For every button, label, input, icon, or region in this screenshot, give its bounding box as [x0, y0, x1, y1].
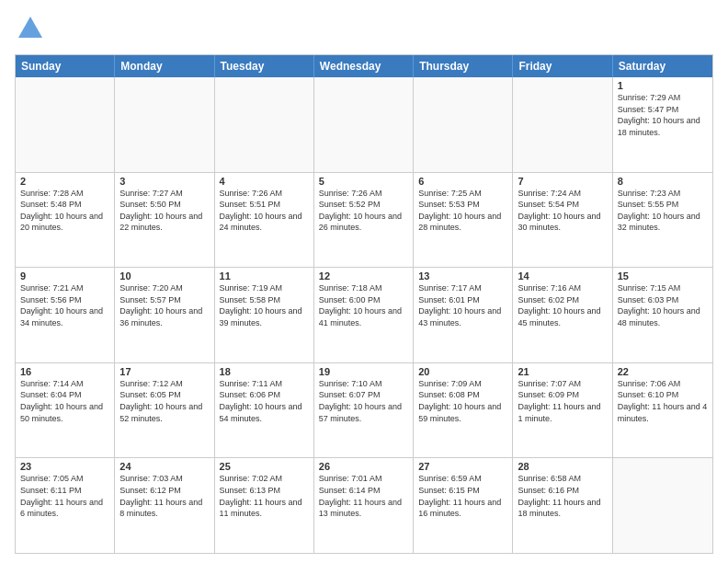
- calendar-week-row: 1Sunrise: 7:29 AM Sunset: 5:47 PM Daylig…: [16, 77, 712, 173]
- calendar-cell: [414, 77, 513, 172]
- calendar-cell: 14Sunrise: 7:16 AM Sunset: 6:02 PM Dayli…: [513, 268, 612, 362]
- calendar-cell: 10Sunrise: 7:20 AM Sunset: 5:57 PM Dayli…: [115, 268, 214, 362]
- calendar-cell: 13Sunrise: 7:17 AM Sunset: 6:01 PM Dayli…: [414, 268, 513, 362]
- day-number: 11: [220, 270, 309, 282]
- day-number: 21: [518, 366, 607, 377]
- calendar-cell: 5Sunrise: 7:26 AM Sunset: 5:52 PM Daylig…: [314, 173, 414, 268]
- calendar-cell: [215, 77, 314, 172]
- day-info: Sunrise: 7:26 AM Sunset: 5:51 PM Dayligh…: [220, 188, 309, 234]
- weekday-header: Tuesday: [215, 55, 314, 77]
- calendar-cell: 24Sunrise: 7:03 AM Sunset: 6:12 PM Dayli…: [115, 458, 214, 553]
- calendar-cell: 26Sunrise: 7:01 AM Sunset: 6:14 PM Dayli…: [314, 458, 414, 553]
- calendar-cell: 6Sunrise: 7:25 AM Sunset: 5:53 PM Daylig…: [414, 173, 513, 268]
- calendar: SundayMondayTuesdayWednesdayThursdayFrid…: [15, 54, 713, 554]
- day-info: Sunrise: 7:06 AM Sunset: 6:10 PM Dayligh…: [618, 378, 708, 424]
- day-number: 26: [319, 461, 408, 472]
- weekday-header: Saturday: [613, 55, 712, 77]
- calendar-cell: 15Sunrise: 7:15 AM Sunset: 6:03 PM Dayli…: [613, 268, 712, 362]
- day-info: Sunrise: 7:28 AM Sunset: 5:48 PM Dayligh…: [20, 188, 109, 234]
- day-number: 18: [220, 366, 309, 377]
- day-number: 2: [20, 176, 109, 187]
- calendar-cell: [115, 77, 214, 172]
- calendar-cell: 3Sunrise: 7:27 AM Sunset: 5:50 PM Daylig…: [115, 173, 214, 268]
- calendar-cell: [16, 77, 115, 172]
- day-number: 27: [418, 461, 507, 472]
- day-info: Sunrise: 7:29 AM Sunset: 5:47 PM Dayligh…: [618, 92, 708, 138]
- weekday-header: Sunday: [16, 55, 115, 77]
- weekday-header: Monday: [115, 55, 214, 77]
- day-info: Sunrise: 7:10 AM Sunset: 6:07 PM Dayligh…: [319, 378, 408, 424]
- day-number: 23: [20, 461, 109, 472]
- calendar-cell: 21Sunrise: 7:07 AM Sunset: 6:09 PM Dayli…: [513, 363, 612, 458]
- day-info: Sunrise: 7:27 AM Sunset: 5:50 PM Dayligh…: [119, 188, 209, 234]
- calendar-cell: 23Sunrise: 7:05 AM Sunset: 6:11 PM Dayli…: [16, 458, 115, 553]
- day-info: Sunrise: 7:15 AM Sunset: 6:03 PM Dayligh…: [618, 282, 708, 328]
- day-number: 1: [618, 80, 708, 91]
- day-number: 15: [618, 270, 708, 282]
- day-info: Sunrise: 7:18 AM Sunset: 6:00 PM Dayligh…: [319, 282, 408, 328]
- day-number: 24: [119, 461, 209, 472]
- calendar-cell: 18Sunrise: 7:11 AM Sunset: 6:06 PM Dayli…: [215, 363, 314, 458]
- calendar-cell: 27Sunrise: 6:59 AM Sunset: 6:15 PM Dayli…: [414, 458, 513, 553]
- day-info: Sunrise: 7:01 AM Sunset: 6:14 PM Dayligh…: [319, 473, 408, 519]
- day-info: Sunrise: 7:09 AM Sunset: 6:08 PM Dayligh…: [418, 378, 507, 424]
- calendar-cell: 11Sunrise: 7:19 AM Sunset: 5:58 PM Dayli…: [215, 268, 314, 362]
- day-info: Sunrise: 7:16 AM Sunset: 6:02 PM Dayligh…: [518, 282, 607, 328]
- calendar-cell: 28Sunrise: 6:58 AM Sunset: 6:16 PM Dayli…: [513, 458, 612, 553]
- day-number: 12: [319, 270, 408, 282]
- calendar-cell: 4Sunrise: 7:26 AM Sunset: 5:51 PM Daylig…: [215, 173, 314, 268]
- calendar-cell: 1Sunrise: 7:29 AM Sunset: 5:47 PM Daylig…: [613, 77, 712, 172]
- day-number: 3: [119, 176, 209, 187]
- day-info: Sunrise: 7:19 AM Sunset: 5:58 PM Dayligh…: [220, 282, 309, 328]
- day-info: Sunrise: 7:05 AM Sunset: 6:11 PM Dayligh…: [20, 473, 109, 519]
- day-number: 19: [319, 366, 408, 377]
- weekday-header: Friday: [513, 55, 612, 77]
- calendar-week-row: 9Sunrise: 7:21 AM Sunset: 5:56 PM Daylig…: [16, 268, 712, 363]
- day-info: Sunrise: 7:03 AM Sunset: 6:12 PM Dayligh…: [119, 473, 209, 519]
- weekday-header: Thursday: [414, 55, 513, 77]
- calendar-body: 1Sunrise: 7:29 AM Sunset: 5:47 PM Daylig…: [16, 77, 712, 553]
- calendar-cell: 2Sunrise: 7:28 AM Sunset: 5:48 PM Daylig…: [16, 173, 115, 268]
- day-info: Sunrise: 6:58 AM Sunset: 6:16 PM Dayligh…: [518, 473, 607, 519]
- calendar-cell: 9Sunrise: 7:21 AM Sunset: 5:56 PM Daylig…: [16, 268, 115, 362]
- header: [15, 15, 713, 47]
- calendar-week-row: 16Sunrise: 7:14 AM Sunset: 6:04 PM Dayli…: [16, 363, 712, 459]
- calendar-cell: 7Sunrise: 7:24 AM Sunset: 5:54 PM Daylig…: [513, 173, 612, 268]
- page: SundayMondayTuesdayWednesdayThursdayFrid…: [0, 0, 728, 563]
- day-info: Sunrise: 7:21 AM Sunset: 5:56 PM Dayligh…: [20, 282, 109, 328]
- logo-icon: [17, 15, 44, 42]
- day-number: 14: [518, 270, 607, 282]
- calendar-header: SundayMondayTuesdayWednesdayThursdayFrid…: [16, 55, 712, 77]
- day-info: Sunrise: 7:17 AM Sunset: 6:01 PM Dayligh…: [418, 282, 507, 328]
- logo: [15, 15, 44, 47]
- calendar-cell: 19Sunrise: 7:10 AM Sunset: 6:07 PM Dayli…: [314, 363, 414, 458]
- calendar-week-row: 23Sunrise: 7:05 AM Sunset: 6:11 PM Dayli…: [16, 458, 712, 553]
- day-number: 25: [220, 461, 309, 472]
- day-number: 8: [618, 176, 708, 187]
- weekday-header: Wednesday: [314, 55, 414, 77]
- day-number: 16: [20, 366, 109, 377]
- day-info: Sunrise: 7:26 AM Sunset: 5:52 PM Dayligh…: [319, 188, 408, 234]
- svg-marker-0: [18, 17, 42, 38]
- day-info: Sunrise: 7:23 AM Sunset: 5:55 PM Dayligh…: [618, 188, 708, 234]
- day-number: 22: [618, 366, 708, 377]
- day-info: Sunrise: 7:20 AM Sunset: 5:57 PM Dayligh…: [119, 282, 209, 328]
- day-info: Sunrise: 7:14 AM Sunset: 6:04 PM Dayligh…: [20, 378, 109, 424]
- day-number: 9: [20, 270, 109, 282]
- calendar-cell: 12Sunrise: 7:18 AM Sunset: 6:00 PM Dayli…: [314, 268, 414, 362]
- day-info: Sunrise: 7:12 AM Sunset: 6:05 PM Dayligh…: [119, 378, 209, 424]
- day-number: 28: [518, 461, 607, 472]
- day-number: 5: [319, 176, 408, 187]
- calendar-cell: 22Sunrise: 7:06 AM Sunset: 6:10 PM Dayli…: [613, 363, 712, 458]
- calendar-cell: 17Sunrise: 7:12 AM Sunset: 6:05 PM Dayli…: [115, 363, 214, 458]
- day-number: 10: [119, 270, 209, 282]
- day-number: 7: [518, 176, 607, 187]
- calendar-week-row: 2Sunrise: 7:28 AM Sunset: 5:48 PM Daylig…: [16, 173, 712, 269]
- calendar-cell: 25Sunrise: 7:02 AM Sunset: 6:13 PM Dayli…: [215, 458, 314, 553]
- day-number: 20: [418, 366, 507, 377]
- day-info: Sunrise: 6:59 AM Sunset: 6:15 PM Dayligh…: [418, 473, 507, 519]
- day-number: 17: [119, 366, 209, 377]
- day-info: Sunrise: 7:11 AM Sunset: 6:06 PM Dayligh…: [220, 378, 309, 424]
- day-number: 6: [418, 176, 507, 187]
- day-info: Sunrise: 7:02 AM Sunset: 6:13 PM Dayligh…: [220, 473, 309, 519]
